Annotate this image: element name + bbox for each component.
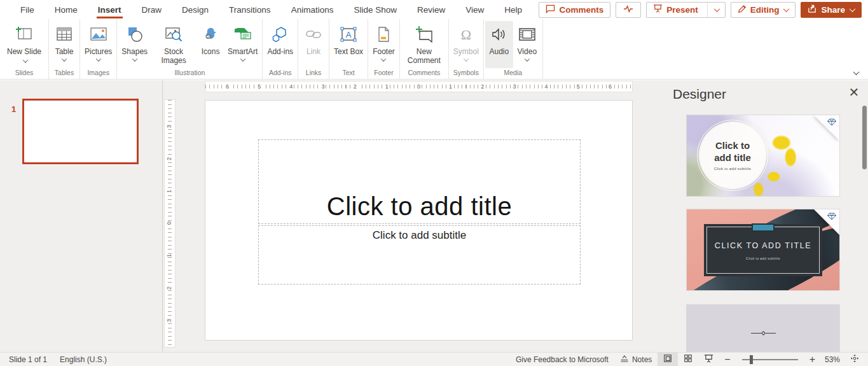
tab-review[interactable]: Review xyxy=(407,0,455,19)
stock-images-icon xyxy=(164,24,183,45)
slideshow-icon xyxy=(704,354,713,365)
tab-insert[interactable]: Insert xyxy=(88,0,132,19)
tab-transitions[interactable]: Transitions xyxy=(219,0,281,19)
table-button[interactable]: Table xyxy=(50,21,78,68)
designer-2-accent-tab xyxy=(752,223,775,232)
group-label-comments: Comments xyxy=(400,68,448,79)
zoom-out-button[interactable]: − xyxy=(719,354,735,365)
ornament-divider xyxy=(751,332,776,335)
ribbon-group-images: Pictures Images xyxy=(80,19,117,79)
zoom-slider[interactable] xyxy=(742,359,798,360)
premium-gem-icon xyxy=(827,213,836,220)
present-button[interactable]: Present xyxy=(646,2,726,18)
menu-tabs: File Home Insert Draw Design Transitions… xyxy=(0,0,532,19)
group-label-tables: Tables xyxy=(49,68,79,79)
grid-view-icon xyxy=(684,354,692,365)
pictures-button[interactable]: Pictures xyxy=(81,21,115,68)
footer-icon xyxy=(374,24,393,45)
new-comment-icon xyxy=(414,24,434,45)
activity-pulse-icon xyxy=(623,4,634,15)
group-label-footer: Footer xyxy=(368,68,399,79)
tab-animations[interactable]: Animations xyxy=(281,0,344,19)
pictures-chevron xyxy=(95,57,100,62)
normal-view-icon xyxy=(663,354,672,365)
group-label-media: Media xyxy=(484,68,542,79)
shapes-chevron xyxy=(132,57,137,62)
ribbon-spacer xyxy=(543,19,868,79)
tab-design[interactable]: Design xyxy=(172,0,219,19)
ribbon-group-links: Link Links xyxy=(298,19,329,79)
tab-slide-show[interactable]: Slide Show xyxy=(343,0,407,19)
collapse-ribbon-chevron[interactable] xyxy=(850,67,862,78)
feedback-link[interactable]: Give Feedback to Microsoft xyxy=(510,353,614,366)
notes-toggle[interactable]: Notes xyxy=(614,353,658,366)
slide-sorter-view-button[interactable] xyxy=(678,353,698,366)
share-button[interactable]: Share xyxy=(801,2,862,18)
zoom-in-button[interactable]: + xyxy=(804,354,820,365)
zoom-slider-thumb[interactable] xyxy=(750,355,753,364)
ribbon-group-slides: New Slide Slides xyxy=(0,19,49,79)
tab-help[interactable]: Help xyxy=(494,0,532,19)
ribbon-group-symbols: Ω Symbol Symbols xyxy=(449,19,484,79)
icons-button[interactable]: Icons xyxy=(196,21,224,68)
editing-dropdown-chevron xyxy=(783,6,790,12)
pencil-icon xyxy=(738,4,747,15)
group-label-addins: Add-ins xyxy=(263,68,298,79)
normal-view-button[interactable] xyxy=(658,353,678,366)
video-chevron xyxy=(525,57,530,62)
tab-view[interactable]: View xyxy=(455,0,494,19)
slide-thumbnail-1[interactable] xyxy=(22,99,139,164)
activity-button[interactable] xyxy=(616,2,641,18)
stock-images-button[interactable]: Stock Images xyxy=(151,21,196,68)
designer-suggestion-1[interactable]: Click to add title Click to add subtitle xyxy=(687,115,839,196)
link-icon xyxy=(304,24,323,45)
video-button[interactable]: Video xyxy=(513,21,541,68)
present-dropdown[interactable] xyxy=(707,3,725,17)
group-label-symbols: Symbols xyxy=(449,68,483,79)
editing-mode-button[interactable]: Editing xyxy=(731,2,796,18)
designer-panel: Designer ✕ Click to add title Click to a… xyxy=(668,80,868,352)
tab-file[interactable]: File xyxy=(10,0,45,19)
add-ins-icon xyxy=(271,24,290,45)
zoom-level[interactable]: 53% xyxy=(820,355,844,364)
language-indicator[interactable]: English (U.S.) xyxy=(56,353,116,366)
group-label-images: Images xyxy=(80,68,116,79)
premium-gem-icon xyxy=(827,118,836,126)
ribbon-group-footer: Footer Footer xyxy=(368,19,400,79)
tab-draw[interactable]: Draw xyxy=(132,0,172,19)
text-box-button[interactable]: A Text Box xyxy=(331,21,366,68)
ribbon-group-text: A Text Box Text xyxy=(329,19,368,79)
audio-button[interactable]: Audio xyxy=(485,21,513,68)
new-slide-icon xyxy=(14,24,34,45)
new-slide-chevron xyxy=(23,58,28,63)
footer-chevron xyxy=(381,57,386,62)
vertical-ruler: 3 2 1 0 1 2 3 xyxy=(164,99,176,348)
slide-number: 1 xyxy=(11,104,16,114)
ribbon: New Slide Slides Table Tables Pictures xyxy=(0,19,868,80)
title-placeholder[interactable]: Click to add title xyxy=(258,139,581,224)
tab-home[interactable]: Home xyxy=(45,0,88,19)
ribbon-group-media: Audio Video Media xyxy=(484,19,543,79)
subtitle-placeholder[interactable]: Click to add subtitle xyxy=(258,225,581,285)
link-button: Link xyxy=(300,21,327,68)
designer-suggestion-3[interactable]: CLICK TO EDIT MASTER TITLE STYLE xyxy=(687,305,839,352)
new-comment-button[interactable]: New Comment xyxy=(401,21,447,68)
designer-scrollbar[interactable] xyxy=(862,106,867,169)
comments-button[interactable]: Comments xyxy=(539,2,610,18)
designer-suggestion-2[interactable]: CLICK TO ADD TITLE Click to add subtitle xyxy=(687,209,839,290)
designer-panel-title: Designer xyxy=(673,87,726,102)
slide-thumbnail-panel: 1 xyxy=(0,80,163,352)
fit-to-window-button[interactable] xyxy=(844,353,868,366)
add-ins-button[interactable]: Add-ins xyxy=(264,21,296,68)
status-bar: Slide 1 of 1 English (U.S.) Give Feedbac… xyxy=(0,352,868,366)
shapes-button[interactable]: Shapes xyxy=(118,21,151,68)
subtitle-placeholder-text: Click to add subtitle xyxy=(373,226,466,242)
new-slide-button[interactable]: New Slide xyxy=(1,21,47,68)
close-icon[interactable]: ✕ xyxy=(848,87,860,99)
pictures-icon xyxy=(89,24,108,45)
smartart-button[interactable]: SmartArt xyxy=(224,21,261,68)
slideshow-view-button[interactable] xyxy=(698,353,719,366)
smartart-chevron xyxy=(240,57,245,62)
footer-button[interactable]: Footer xyxy=(369,21,398,68)
group-label-links: Links xyxy=(298,68,329,79)
